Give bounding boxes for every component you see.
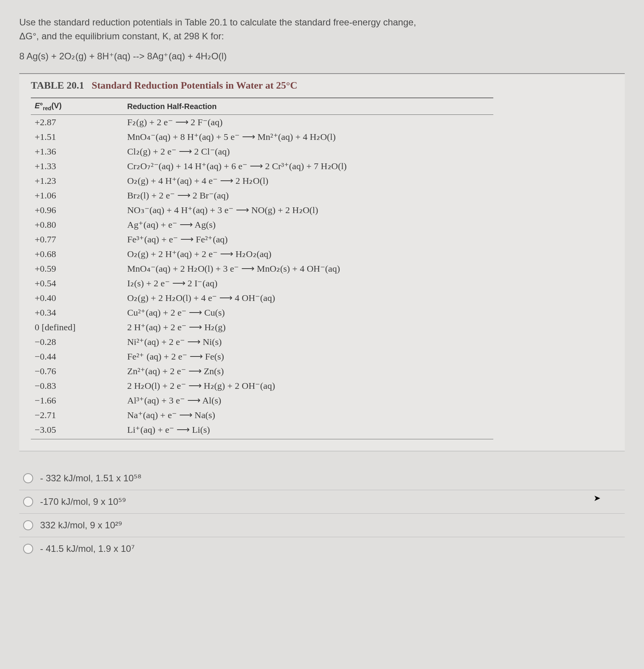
option-d[interactable]: - 41.5 kJ/mol, 1.9 x 10⁷ [19,537,625,560]
cell-potential: +0.59 [31,261,123,276]
table-row: +0.77Fe³⁺(aq) + e⁻ ⟶ Fe²⁺(aq) [31,232,493,247]
question-prompt: Use the standard reduction potentials in… [19,15,625,43]
table-row: −0.28Ni²⁺(aq) + 2 e⁻ ⟶ Ni(s) [31,334,493,349]
cell-potential: +1.23 [31,173,123,188]
cell-potential: +0.68 [31,247,123,261]
table-row: −2.71Na⁺(aq) + e⁻ ⟶ Na(s) [31,408,493,422]
table-row: +1.36Cl₂(g) + 2 e⁻ ⟶ 2 Cl⁻(aq) [31,144,493,159]
cell-potential: +0.34 [31,305,123,320]
question-equation: 8 Ag(s) + 2O₂(g) + 8H⁺(aq) --> 8Ag⁺(aq) … [19,51,625,62]
cell-potential: +1.33 [31,159,123,173]
table-row: +0.96NO₃⁻(aq) + 4 H⁺(aq) + 3 e⁻ ⟶ NO(g) … [31,203,493,217]
table-number: TABLE 20.1 [31,80,84,91]
table-row: −0.76Zn²⁺(aq) + 2 e⁻ ⟶ Zn(s) [31,364,493,378]
cell-reaction: Zn²⁺(aq) + 2 e⁻ ⟶ Zn(s) [123,364,493,378]
cell-potential: +0.96 [31,203,123,217]
potentials-table: E°red(V) Reduction Half-Reaction +2.87F₂… [31,97,493,439]
reduction-table: TABLE 20.1 Standard Reduction Potentials… [19,73,625,451]
cell-reaction: 2 H⁺(aq) + 2 e⁻ ⟶ H₂(g) [123,320,493,334]
cell-reaction: O₂(g) + 4 H⁺(aq) + 4 e⁻ ⟶ 2 H₂O(l) [123,173,493,188]
cell-potential: −0.28 [31,334,123,349]
radio-icon[interactable] [23,473,33,483]
table-row: −0.44Fe²⁺ (aq) + 2 e⁻ ⟶ Fe(s) [31,349,493,364]
radio-icon[interactable] [23,497,33,507]
cell-potential: −1.66 [31,393,123,408]
table-row: +1.33Cr₂O₇²⁻(aq) + 14 H⁺(aq) + 6 e⁻ ⟶ 2 … [31,159,493,173]
radio-icon[interactable] [23,520,33,530]
table-row: 0 [defined]2 H⁺(aq) + 2 e⁻ ⟶ H₂(g) [31,320,493,334]
option-c[interactable]: 332 kJ/mol, 9 x 10²⁹ [19,514,625,537]
cell-reaction: Cu²⁺(aq) + 2 e⁻ ⟶ Cu(s) [123,305,493,320]
radio-icon[interactable] [23,544,33,554]
option-label: 332 kJ/mol, 9 x 10²⁹ [40,520,122,531]
cell-reaction: I₂(s) + 2 e⁻ ⟶ 2 I⁻(aq) [123,276,493,291]
cell-potential: −3.05 [31,422,123,439]
cell-potential: +0.54 [31,276,123,291]
table-row: +1.51MnO₄⁻(aq) + 8 H⁺(aq) + 5 e⁻ ⟶ Mn²⁺(… [31,129,493,144]
cell-potential: +1.51 [31,129,123,144]
table-row: +0.59MnO₄⁻(aq) + 2 H₂O(l) + 3 e⁻ ⟶ MnO₂(… [31,261,493,276]
cell-potential: −2.71 [31,408,123,422]
cell-reaction: O₂(g) + 2 H₂O(l) + 4 e⁻ ⟶ 4 OH⁻(aq) [123,291,493,305]
cell-reaction: Br₂(l) + 2 e⁻ ⟶ 2 Br⁻(aq) [123,188,493,203]
cell-potential: +2.87 [31,115,123,130]
cell-reaction: Ag⁺(aq) + e⁻ ⟶ Ag(s) [123,217,493,232]
question-line1: Use the standard reduction potentials in… [19,17,416,27]
cell-reaction: MnO₄⁻(aq) + 8 H⁺(aq) + 5 e⁻ ⟶ Mn²⁺(aq) +… [123,129,493,144]
cell-reaction: Al³⁺(aq) + 3 e⁻ ⟶ Al(s) [123,393,493,408]
table-row: +0.54I₂(s) + 2 e⁻ ⟶ 2 I⁻(aq) [31,276,493,291]
table-row: +1.23O₂(g) + 4 H⁺(aq) + 4 e⁻ ⟶ 2 H₂O(l) [31,173,493,188]
table-row: −0.832 H₂O(l) + 2 e⁻ ⟶ H₂(g) + 2 OH⁻(aq) [31,378,493,393]
table-row: −3.05Li⁺(aq) + e⁻ ⟶ Li(s) [31,422,493,439]
table-row: +0.34Cu²⁺(aq) + 2 e⁻ ⟶ Cu(s) [31,305,493,320]
cell-reaction: MnO₄⁻(aq) + 2 H₂O(l) + 3 e⁻ ⟶ MnO₂(s) + … [123,261,493,276]
cell-potential: +0.40 [31,291,123,305]
cell-reaction: F₂(g) + 2 e⁻ ⟶ 2 F⁻(aq) [123,115,493,130]
th-potential: E°red(V) [31,98,123,115]
cell-potential: −0.76 [31,364,123,378]
option-label: -170 kJ/mol, 9 x 10⁵⁹ [40,496,126,507]
table-row: +0.40O₂(g) + 2 H₂O(l) + 4 e⁻ ⟶ 4 OH⁻(aq) [31,291,493,305]
cursor-icon: ➤ [594,493,600,503]
cell-reaction: 2 H₂O(l) + 2 e⁻ ⟶ H₂(g) + 2 OH⁻(aq) [123,378,493,393]
option-label: - 332 kJ/mol, 1.51 x 10⁵⁸ [40,473,141,484]
option-b[interactable]: -170 kJ/mol, 9 x 10⁵⁹ [19,490,625,514]
th-reaction: Reduction Half-Reaction [123,98,493,115]
table-row: +0.68O₂(g) + 2 H⁺(aq) + 2 e⁻ ⟶ H₂O₂(aq) [31,247,493,261]
table-row: +0.80Ag⁺(aq) + e⁻ ⟶ Ag(s) [31,217,493,232]
cell-reaction: NO₃⁻(aq) + 4 H⁺(aq) + 3 e⁻ ⟶ NO(g) + 2 H… [123,203,493,217]
cell-reaction: Cr₂O₇²⁻(aq) + 14 H⁺(aq) + 6 e⁻ ⟶ 2 Cr³⁺(… [123,159,493,173]
cell-potential: +1.06 [31,188,123,203]
cell-potential: +1.36 [31,144,123,159]
table-row: +2.87F₂(g) + 2 e⁻ ⟶ 2 F⁻(aq) [31,115,493,130]
table-title: TABLE 20.1 Standard Reduction Potentials… [31,80,613,94]
cell-potential: +0.80 [31,217,123,232]
option-a[interactable]: - 332 kJ/mol, 1.51 x 10⁵⁸ [19,467,625,490]
option-label: - 41.5 kJ/mol, 1.9 x 10⁷ [40,543,135,554]
cell-reaction: Cl₂(g) + 2 e⁻ ⟶ 2 Cl⁻(aq) [123,144,493,159]
cell-reaction: Ni²⁺(aq) + 2 e⁻ ⟶ Ni(s) [123,334,493,349]
cell-reaction: Fe²⁺ (aq) + 2 e⁻ ⟶ Fe(s) [123,349,493,364]
cell-potential: −0.44 [31,349,123,364]
cell-reaction: Fe³⁺(aq) + e⁻ ⟶ Fe²⁺(aq) [123,232,493,247]
cell-potential: +0.77 [31,232,123,247]
table-row: +1.06Br₂(l) + 2 e⁻ ⟶ 2 Br⁻(aq) [31,188,493,203]
table-body: +2.87F₂(g) + 2 e⁻ ⟶ 2 F⁻(aq)+1.51MnO₄⁻(a… [31,115,493,439]
cell-potential: −0.83 [31,378,123,393]
cell-reaction: Li⁺(aq) + e⁻ ⟶ Li(s) [123,422,493,439]
answer-options: - 332 kJ/mol, 1.51 x 10⁵⁸ -170 kJ/mol, 9… [19,467,625,560]
table-caption: Standard Reduction Potentials in Water a… [92,80,298,91]
table-row: −1.66Al³⁺(aq) + 3 e⁻ ⟶ Al(s) [31,393,493,408]
question-line2: ΔG°, and the equilibrium constant, K, at… [19,31,224,41]
cell-reaction: Na⁺(aq) + e⁻ ⟶ Na(s) [123,408,493,422]
cell-reaction: O₂(g) + 2 H⁺(aq) + 2 e⁻ ⟶ H₂O₂(aq) [123,247,493,261]
cell-potential: 0 [defined] [31,320,123,334]
